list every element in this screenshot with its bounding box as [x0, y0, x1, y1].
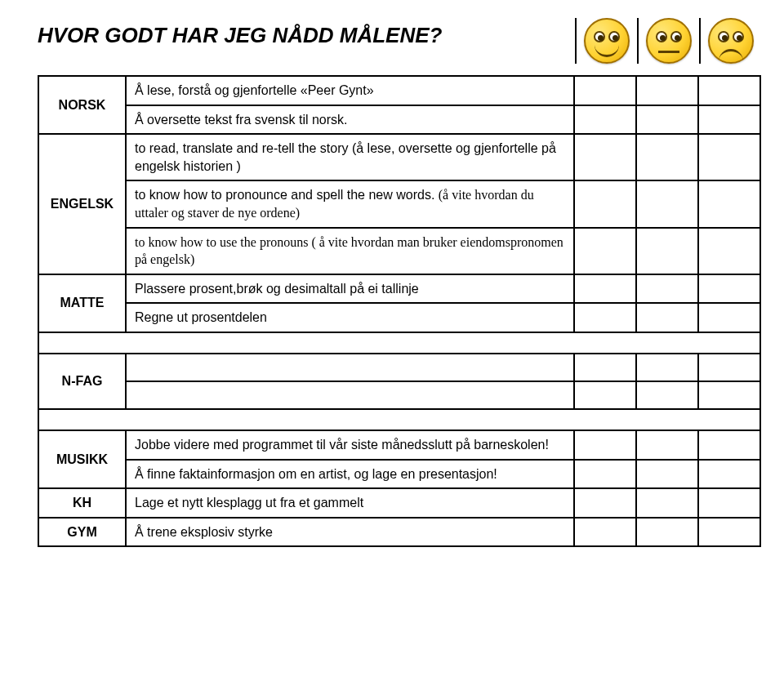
rating-cell-neutral[interactable]: [636, 303, 698, 332]
rating-cell-sad[interactable]: [698, 430, 760, 460]
rating-cell-happy[interactable]: [574, 274, 636, 304]
rating-cell-neutral[interactable]: [636, 460, 698, 489]
table-row: to know how to pronounce and spell the n…: [38, 180, 760, 227]
rating-cell-happy[interactable]: [574, 180, 636, 227]
rating-cell-happy[interactable]: [574, 488, 636, 518]
goal-text: to know how to use the pronouns ( å vite…: [126, 228, 574, 274]
table-row: KH Lage et nytt klesplagg ut fra et gamm…: [38, 488, 760, 518]
rating-cell-happy[interactable]: [574, 381, 636, 409]
goal-text-empty: [126, 354, 574, 381]
rating-cell-sad[interactable]: [698, 105, 760, 135]
subject-matte: MATTE: [38, 274, 126, 332]
subject-nfag: N-FAG: [38, 354, 126, 409]
rating-cell-neutral[interactable]: [636, 518, 698, 547]
table-gap: [38, 332, 760, 354]
rating-cell-neutral[interactable]: [636, 488, 698, 518]
goal-text: Plassere prosent,brøk og desimaltall på …: [126, 274, 574, 304]
table-row: ENGELSK to read, translate and re-tell t…: [38, 134, 760, 180]
rating-cell-neutral[interactable]: [636, 228, 698, 274]
rating-cell-neutral[interactable]: [636, 134, 698, 180]
table-row: GYM Å trene eksplosiv styrke: [38, 518, 760, 547]
rating-cell-sad[interactable]: [698, 518, 760, 547]
subject-norsk: NORSK: [38, 76, 126, 134]
face-happy-icon: [584, 18, 630, 64]
rating-cell-sad[interactable]: [698, 354, 760, 381]
rating-cell-happy[interactable]: [574, 228, 636, 274]
rating-cell-happy[interactable]: [574, 460, 636, 489]
table-row: N-FAG: [38, 354, 760, 381]
table-row: MUSIKK Jobbe videre med programmet til v…: [38, 430, 760, 460]
face-sad-icon: [708, 18, 754, 64]
goal-text: Å trene eksplosiv styrke: [126, 518, 574, 547]
goal-text: Lage et nytt klesplagg ut fra et gammelt: [126, 488, 574, 518]
table-row: Å oversette tekst fra svensk til norsk.: [38, 105, 760, 135]
rating-cell-neutral[interactable]: [636, 180, 698, 227]
rating-cell-sad[interactable]: [698, 381, 760, 409]
rating-cell-neutral[interactable]: [636, 105, 698, 135]
subject-musikk: MUSIKK: [38, 430, 126, 488]
rating-cell-happy[interactable]: [574, 134, 636, 180]
rating-cell-neutral[interactable]: [636, 76, 698, 105]
goal-text-empty: [126, 381, 574, 409]
table-gap: [38, 409, 760, 430]
goal-text: Å lese, forstå og gjenfortelle «Peer Gyn…: [126, 76, 574, 105]
rating-cell-sad[interactable]: [698, 274, 760, 304]
table-row: MATTE Plassere prosent,brøk og desimalta…: [38, 274, 760, 304]
rating-cell-sad[interactable]: [698, 180, 760, 227]
rating-cell-neutral[interactable]: [636, 354, 698, 381]
goal-text: to know how to pronounce and spell the n…: [126, 180, 574, 227]
goal-text: Regne ut prosentdelen: [126, 303, 574, 332]
subject-gym: GYM: [38, 518, 126, 547]
goal-text: Å finne faktainformasjon om en artist, o…: [126, 460, 574, 489]
rating-cell-happy[interactable]: [574, 303, 636, 332]
rating-cell-neutral[interactable]: [636, 430, 698, 460]
header-row: HVOR GODT HAR JEG NÅDD MÅLENE?: [38, 18, 761, 64]
self-assessment-table: NORSK Å lese, forstå og gjenfortelle «Pe…: [38, 75, 761, 547]
rating-cell-sad[interactable]: [698, 228, 760, 274]
table-row: [38, 381, 760, 409]
rating-col-sad: [699, 18, 761, 64]
goal-text-sub: to know how to use the pronouns ( å vite…: [135, 235, 564, 267]
table-row: to know how to use the pronouns ( å vite…: [38, 228, 760, 274]
rating-cell-happy[interactable]: [574, 518, 636, 547]
goal-text: Jobbe videre med programmet til vår sist…: [126, 430, 574, 460]
table-row: NORSK Å lese, forstå og gjenfortelle «Pe…: [38, 76, 760, 105]
rating-cell-happy[interactable]: [574, 105, 636, 135]
rating-cell-sad[interactable]: [698, 460, 760, 489]
subject-engelsk: ENGELSK: [38, 134, 126, 274]
goal-text-main: to know how to pronounce and spell the n…: [135, 188, 439, 202]
rating-col-neutral: [637, 18, 699, 64]
rating-cell-happy[interactable]: [574, 76, 636, 105]
rating-col-happy: [575, 18, 637, 64]
rating-cell-neutral[interactable]: [636, 274, 698, 304]
rating-cell-sad[interactable]: [698, 76, 760, 105]
rating-cell-sad[interactable]: [698, 303, 760, 332]
rating-cell-sad[interactable]: [698, 488, 760, 518]
rating-cell-sad[interactable]: [698, 134, 760, 180]
goal-text: Å oversette tekst fra svensk til norsk.: [126, 105, 574, 135]
rating-cell-happy[interactable]: [574, 430, 636, 460]
rating-faces: [575, 18, 761, 64]
goal-text: to read, translate and re-tell the story…: [126, 134, 574, 180]
face-neutral-icon: [646, 18, 692, 64]
page-title: HVOR GODT HAR JEG NÅDD MÅLENE?: [38, 18, 488, 48]
subject-kh: KH: [38, 488, 126, 518]
rating-cell-neutral[interactable]: [636, 381, 698, 409]
table-row: Regne ut prosentdelen: [38, 303, 760, 332]
table-row: Å finne faktainformasjon om en artist, o…: [38, 460, 760, 489]
rating-cell-happy[interactable]: [574, 354, 636, 381]
